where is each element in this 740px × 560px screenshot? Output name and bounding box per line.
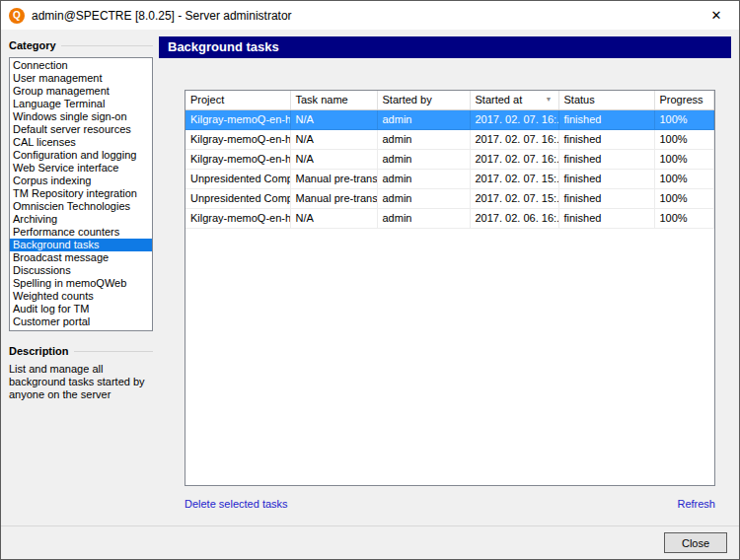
category-item-performance-counters[interactable]: Performance counters [10, 226, 152, 239]
cell-started-by: admin [377, 109, 470, 129]
cell-project: Kilgray-memoQ-en-hu4 [185, 208, 290, 228]
description-text: List and manage all background tasks sta… [9, 363, 145, 401]
category-item-audit-log-for-tm[interactable]: Audit log for TM [10, 303, 152, 315]
category-item-broadcast-message[interactable]: Broadcast message [10, 251, 152, 264]
category-item-user-management[interactable]: User management [10, 72, 152, 85]
category-item-windows-single-sign-on[interactable]: Windows single sign-on [10, 110, 152, 123]
cell-task-name: Manual pre-transl... [290, 169, 377, 188]
description-label: Description [9, 345, 69, 357]
background-tasks-table: ProjectTask nameStarted byStarted at▼Sta… [185, 90, 715, 486]
table-row[interactable]: Unpresidented Company-...Manual pre-tran… [185, 188, 714, 208]
category-item-cal-licenses[interactable]: CAL licenses [10, 136, 152, 149]
category-list[interactable]: ConnectionUser managementGroup managemen… [9, 57, 153, 331]
table-actions: Delete selected tasks Refresh [185, 498, 715, 510]
delete-selected-tasks-link[interactable]: Delete selected tasks [185, 498, 288, 510]
cell-started-at: 2017. 02. 07. 15:... [470, 169, 558, 188]
titlebar: Q admin@SPECTRE [8.0.25] - Server admini… [1, 1, 739, 30]
cell-progress: 100% [654, 129, 714, 149]
cell-started-at: 2017. 02. 07. 15:... [470, 188, 558, 208]
category-item-group-management[interactable]: Group management [10, 85, 152, 98]
close-button[interactable]: Close [664, 532, 727, 553]
table-header-row: ProjectTask nameStarted byStarted at▼Sta… [185, 91, 714, 109]
cell-started-at: 2017. 02. 06. 16:... [470, 208, 558, 228]
window-title: admin@SPECTRE [8.0.25] - Server administ… [32, 9, 292, 23]
category-item-discussions[interactable]: Discussions [10, 264, 152, 277]
column-header-status[interactable]: Status [558, 91, 654, 109]
category-item-default-server-resources[interactable]: Default server resources [10, 123, 152, 136]
category-item-omniscien-technologies[interactable]: Omniscien Technologies [10, 200, 152, 213]
cell-project: Kilgray-memoQ-en-hu [185, 129, 290, 149]
category-item-corpus-indexing[interactable]: Corpus indexing [10, 175, 152, 187]
sidebar: Category ConnectionUser managementGroup … [9, 38, 153, 401]
table-body: Kilgray-memoQ-en-hu3N/Aadmin2017. 02. 07… [185, 109, 714, 228]
cell-started-at: 2017. 02. 07. 16:... [470, 129, 558, 149]
cell-started-by: admin [377, 169, 470, 188]
server-administrator-window: Q admin@SPECTRE [8.0.25] - Server admini… [0, 0, 740, 560]
cell-started-by: admin [377, 129, 470, 149]
category-item-language-terminal[interactable]: Language Terminal [10, 98, 152, 110]
category-rule [61, 45, 153, 46]
cell-project: Kilgray-memoQ-en-hu3 [185, 109, 290, 129]
column-header-project[interactable]: Project [185, 91, 290, 109]
cell-started-by: admin [377, 149, 470, 169]
category-item-customer-portal[interactable]: Customer portal [10, 315, 152, 328]
dialog-footer: Close [1, 525, 739, 559]
cell-progress: 100% [654, 169, 714, 188]
cell-status: finished [558, 109, 654, 129]
category-item-background-tasks[interactable]: Background tasks [10, 239, 152, 251]
cell-started-by: admin [377, 208, 470, 228]
cell-project: Unpresidented Company-... [185, 169, 290, 188]
description-group-label: Description [9, 344, 153, 358]
category-item-connection[interactable]: Connection [10, 59, 152, 72]
cell-started-by: admin [377, 188, 470, 208]
cell-progress: 100% [654, 149, 714, 169]
main-panel: Background tasks ProjectTask nameStarted… [159, 36, 731, 524]
cell-project: Unpresidented Company-... [185, 188, 290, 208]
refresh-link[interactable]: Refresh [677, 498, 715, 510]
category-group-label: Category [9, 38, 153, 52]
panel-title: Background tasks [159, 36, 731, 58]
category-item-tm-repository-integration[interactable]: TM Repository integration [10, 187, 152, 200]
column-header-task-name[interactable]: Task name [290, 91, 377, 109]
category-item-configuration-and-logging[interactable]: Configuration and logging [10, 149, 152, 162]
cell-status: finished [558, 129, 654, 149]
category-item-spelling-in-memoqweb[interactable]: Spelling in memoQWeb [10, 277, 152, 290]
cell-task-name: N/A [290, 208, 377, 228]
table-row[interactable]: Unpresidented Company-...Manual pre-tran… [185, 169, 714, 188]
cell-status: finished [558, 169, 654, 188]
column-header-started-by[interactable]: Started by [377, 91, 470, 109]
cell-status: finished [558, 188, 654, 208]
cell-task-name: Manual pre-transl... [290, 188, 377, 208]
cell-status: finished [558, 149, 654, 169]
cell-started-at: 2017. 02. 07. 16:... [470, 109, 558, 129]
cell-progress: 100% [654, 208, 714, 228]
cell-status: finished [558, 208, 654, 228]
column-header-started-at[interactable]: Started at▼ [470, 91, 558, 109]
category-item-web-service-interface[interactable]: Web Service interface [10, 162, 152, 175]
cell-started-at: 2017. 02. 07. 16:... [470, 149, 558, 169]
column-header-progress[interactable]: Progress [654, 91, 714, 109]
cell-task-name: N/A [290, 129, 377, 149]
sort-descending-icon: ▼ [546, 96, 553, 103]
cell-progress: 100% [654, 109, 714, 129]
window-close-button[interactable]: ✕ [694, 1, 739, 30]
category-label: Category [9, 39, 56, 51]
memoq-app-icon: Q [9, 8, 25, 24]
description-group: Description List and manage all backgrou… [9, 344, 153, 401]
cell-project: Kilgray-memoQ-en-hu2 [185, 149, 290, 169]
table-row[interactable]: Kilgray-memoQ-en-huN/Aadmin2017. 02. 07.… [185, 129, 714, 149]
table-row[interactable]: Kilgray-memoQ-en-hu4N/Aadmin2017. 02. 06… [185, 208, 714, 228]
category-item-archiving[interactable]: Archiving [10, 213, 152, 226]
category-item-weighted-counts[interactable]: Weighted counts [10, 290, 152, 303]
cell-task-name: N/A [290, 149, 377, 169]
cell-progress: 100% [654, 188, 714, 208]
cell-task-name: N/A [290, 109, 377, 129]
description-rule [74, 351, 153, 352]
table-row[interactable]: Kilgray-memoQ-en-hu3N/Aadmin2017. 02. 07… [185, 109, 714, 129]
table-row[interactable]: Kilgray-memoQ-en-hu2N/Aadmin2017. 02. 07… [185, 149, 714, 169]
